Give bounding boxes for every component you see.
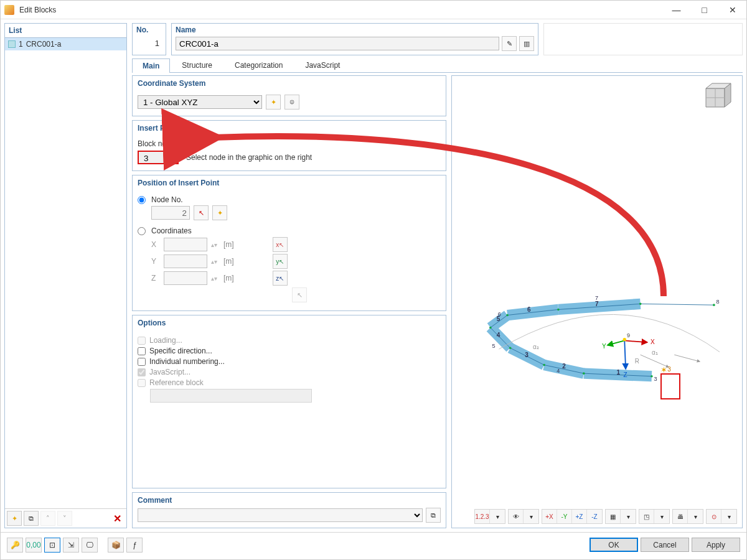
coord-system-title: Coordinate System [133, 76, 446, 91]
svg-point-45 [509, 347, 512, 349]
svg-text:2: 2 [562, 363, 566, 370]
minimize-button[interactable]: ― [662, 1, 690, 19]
no-value: 1 [133, 36, 166, 48]
window-title: Edit Blocks [19, 6, 56, 14]
vt-ny-icon[interactable]: -Y [557, 510, 572, 523]
comment-title: Comment [133, 493, 446, 508]
view-cube[interactable] [700, 81, 737, 114]
svg-text:8: 8 [716, 299, 720, 305]
comment-library-button[interactable]: ⧉ [426, 508, 441, 523]
name-label: Name [172, 24, 538, 36]
export-button[interactable]: 📦 [108, 538, 124, 553]
ok-button[interactable]: OK [590, 538, 638, 552]
svg-point-48 [506, 314, 509, 317]
view-node-button[interactable]: ⊡ [44, 538, 60, 553]
comment-input[interactable] [138, 508, 423, 522]
name-input[interactable] [176, 37, 499, 50]
pick-x-button[interactable]: x↖ [273, 237, 288, 252]
close-button[interactable]: ✕ [718, 1, 746, 19]
svg-text:3: 3 [667, 366, 671, 373]
vt-dd5[interactable]: ▾ [688, 510, 703, 523]
node-no-label: Node No. [151, 195, 183, 204]
vt-dd3[interactable]: ▾ [621, 510, 636, 523]
pick-z-button[interactable]: z↖ [273, 271, 288, 286]
tab-structure[interactable]: Structure [171, 58, 223, 72]
coordinates-radio[interactable] [138, 227, 146, 235]
svg-text:3: 3 [654, 376, 657, 382]
units-button[interactable]: 0,00 [26, 538, 42, 553]
opt-individual-numbering[interactable] [138, 358, 146, 366]
vt-dd4[interactable]: ▾ [654, 510, 669, 523]
view-model-button[interactable]: 🖵 [82, 538, 98, 553]
vt-dd6[interactable]: ▾ [721, 510, 736, 523]
rename-button[interactable]: ✎ [502, 36, 517, 51]
svg-text:7: 7 [595, 301, 599, 307]
app-icon [4, 5, 14, 15]
svg-text:Y: Y [602, 343, 606, 350]
vt-nz-icon[interactable]: -Z [587, 510, 602, 523]
list-item[interactable]: 1 CRC001-a [5, 38, 126, 50]
node-no-input[interactable] [151, 206, 190, 220]
options-title: Options [133, 315, 446, 330]
position-section: Position of Insert Point Node No. ↖ ✦ [132, 175, 446, 311]
svg-line-21 [608, 340, 624, 345]
apply-button[interactable]: Apply [692, 538, 740, 552]
node-highlight-marker [660, 373, 680, 399]
svg-point-44 [543, 364, 545, 366]
help-button[interactable]: 🔑 [7, 538, 23, 553]
view-member-button[interactable]: ⇲ [63, 538, 79, 553]
svg-point-26 [623, 338, 626, 341]
vt-pz-icon[interactable]: +Z [572, 510, 587, 523]
graphics-viewer[interactable]: X Y Z 9 R α₁ α₂ 123 456 [451, 75, 743, 528]
move-up-button: ˄ [40, 511, 55, 526]
vt-show-icon[interactable]: 👁 [509, 510, 524, 523]
node-no-radio[interactable] [138, 196, 146, 204]
pick-node-button[interactable]: ↖ [194, 205, 209, 220]
new-item-button[interactable]: ✦ [7, 511, 22, 526]
block-node-label: Block node No. [138, 139, 441, 148]
svg-point-47 [489, 327, 492, 329]
footer: 🔑 0,00 ⊡ ⇲ 🖵 📦 ƒ OK Cancel Apply [1, 532, 746, 557]
vt-dd1[interactable]: ▾ [490, 510, 505, 523]
opt-javascript [138, 368, 146, 376]
tab-javascript[interactable]: JavaScript [294, 58, 350, 72]
script-button[interactable]: ƒ [126, 538, 143, 553]
block-node-select[interactable]: 3 [138, 151, 179, 164]
z-label: Z [151, 274, 160, 282]
vt-display-icon[interactable]: ▦ [606, 510, 621, 523]
z-input [164, 271, 207, 285]
edit-cs-button[interactable]: ⛭ [284, 95, 299, 110]
svg-point-40 [651, 375, 653, 378]
delete-item-button[interactable]: ✕ [110, 511, 125, 526]
library-button[interactable]: ▥ [519, 36, 534, 51]
new-cs-button[interactable]: ✦ [266, 95, 281, 110]
opt-loading-label: Loading... [149, 336, 182, 345]
vt-print-icon[interactable]: 🖶 [673, 510, 688, 523]
x-label: X [151, 240, 160, 249]
svg-text:3: 3 [525, 352, 529, 358]
vt-dd2[interactable]: ▾ [524, 510, 538, 523]
new-node-button[interactable]: ✦ [212, 205, 227, 220]
pick-y-button[interactable]: y↖ [273, 254, 288, 269]
copy-item-button[interactable]: ⧉ [24, 511, 39, 526]
cancel-button[interactable]: Cancel [641, 538, 689, 552]
svg-text:R: R [635, 358, 639, 365]
svg-line-19 [641, 304, 714, 305]
svg-point-50 [557, 309, 560, 311]
opt-specific-direction[interactable] [138, 347, 146, 355]
maximize-button[interactable]: □ [690, 1, 718, 19]
position-title: Position of Insert Point [133, 175, 446, 190]
svg-line-20 [624, 340, 647, 342]
vt-numbers-icon[interactable]: 1.2.3 [475, 510, 490, 523]
tab-main[interactable]: Main [132, 58, 170, 73]
y-unit: [m] [223, 257, 234, 266]
vt-px-icon[interactable]: +X [542, 510, 557, 523]
list-panel: List 1 CRC001-a ✦ ⧉ ˄ ˅ ✕ [4, 23, 127, 528]
tab-categorization[interactable]: Categorization [224, 58, 293, 72]
vt-cube-icon[interactable]: ◳ [639, 510, 654, 523]
coord-system-select[interactable]: 1 - Global XYZ [138, 95, 262, 109]
svg-point-51 [639, 303, 642, 306]
svg-text:α₁: α₁ [652, 349, 658, 356]
y-input [164, 254, 207, 268]
vt-magnet-icon[interactable]: ⊙ [707, 510, 721, 523]
